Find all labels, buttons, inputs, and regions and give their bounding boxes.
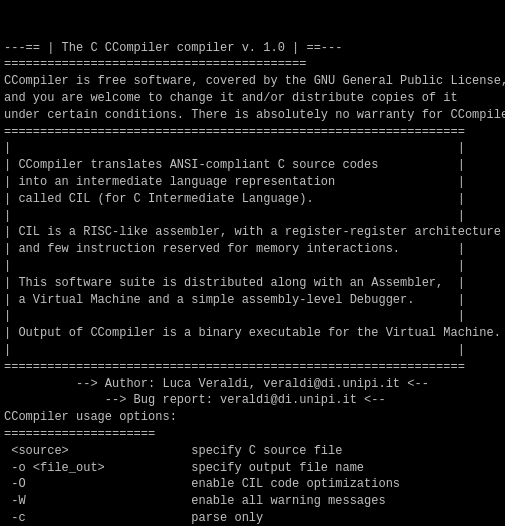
terminal-line-20: ========================================…: [4, 359, 501, 376]
terminal-line-30: -c parse only: [4, 510, 501, 526]
terminal-output: ---== | The C CCompiler compiler v. 1.0 …: [4, 6, 501, 526]
terminal-line-18: | Output of CCompiler is a binary execut…: [4, 325, 501, 342]
terminal-line-10: | called CIL (for C Intermediate Languag…: [4, 191, 501, 208]
terminal-line-27: -o <file_out> specify output file name: [4, 460, 501, 477]
terminal-line-9: | into an intermediate language represen…: [4, 174, 501, 191]
terminal-line-29: -W enable all warning messages: [4, 493, 501, 510]
terminal-line-24: CCompiler usage options:: [4, 409, 501, 426]
terminal-line-12: | CIL is a RISC-like assembler, with a r…: [4, 224, 501, 241]
terminal-line-11: | |: [4, 208, 501, 225]
terminal-line-0: ---== | The C CCompiler compiler v. 1.0 …: [4, 40, 501, 57]
terminal-line-22: --> Bug report: veraldi@di.unipi.it <--: [4, 392, 501, 409]
terminal-line-2: CCompiler is free software, covered by t…: [4, 73, 501, 90]
terminal-line-6: ========================================…: [4, 124, 501, 141]
terminal-line-14: | |: [4, 258, 501, 275]
terminal-line-26: <source> specify C source file: [4, 443, 501, 460]
terminal-line-21: --> Author: Luca Veraldi, veraldi@di.uni…: [4, 376, 501, 393]
terminal-line-3: and you are welcome to change it and/or …: [4, 90, 501, 107]
terminal-line-8: | CCompiler translates ANSI-compliant C …: [4, 157, 501, 174]
terminal-line-13: | and few instruction reserved for memor…: [4, 241, 501, 258]
terminal-line-19: | |: [4, 342, 501, 359]
terminal-line-15: | This software suite is distributed alo…: [4, 275, 501, 292]
terminal-line-17: | |: [4, 308, 501, 325]
terminal-line-16: | a Virtual Machine and a simple assembl…: [4, 292, 501, 309]
terminal-line-4: under certain conditions. There is absol…: [4, 107, 501, 124]
terminal-line-25: =====================: [4, 426, 501, 443]
terminal-line-28: -O enable CIL code optimizations: [4, 476, 501, 493]
terminal-line-7: | |: [4, 140, 501, 157]
terminal-line-1: ========================================…: [4, 56, 501, 73]
